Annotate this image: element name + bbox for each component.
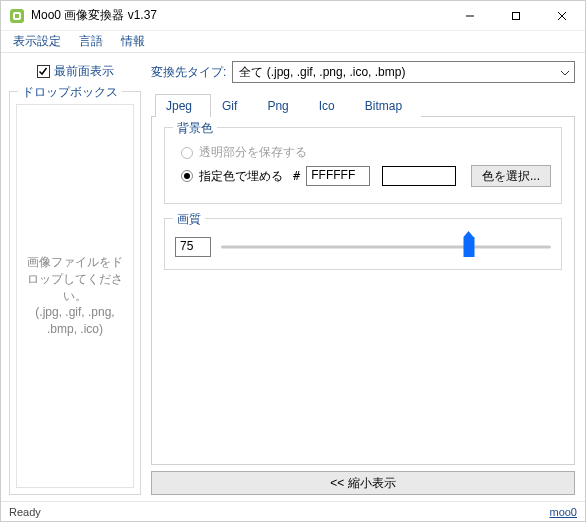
slider-track	[221, 246, 551, 249]
quality-input[interactable]: 75	[175, 237, 211, 257]
menubar: 表示設定 言語 情報	[1, 31, 585, 53]
window-buttons	[447, 1, 585, 30]
radio-icon	[181, 170, 193, 182]
tab-png[interactable]: Png	[256, 94, 307, 117]
topmost-checkbox[interactable]: 最前面表示	[9, 61, 141, 81]
tabbar: Jpeg Gif Png Ico Bitmap	[151, 93, 575, 117]
hash-label: #	[293, 169, 300, 183]
tab-bitmap[interactable]: Bitmap	[354, 94, 421, 117]
tab-content: 背景色 透明部分を保存する 指定色で埋める # FFFFFF 色を選択... 画…	[151, 117, 575, 465]
radio-icon	[181, 147, 193, 159]
dropzone[interactable]: 画像ファイルをドロップしてください。 (.jpg, .gif, .png, .b…	[16, 104, 134, 488]
convert-type-select[interactable]: 全て (.jpg, .gif, .png, .ico, .bmp)	[232, 61, 575, 83]
dropbox-label: ドロップボックス	[18, 84, 122, 101]
choose-color-button[interactable]: 色を選択...	[471, 165, 551, 187]
quality-slider[interactable]	[221, 237, 551, 257]
statusbar: Ready moo0	[1, 501, 585, 521]
radio-keep-transparent[interactable]: 透明部分を保存する	[181, 144, 551, 161]
quality-label: 画質	[173, 211, 205, 228]
radio-keep-transparent-label: 透明部分を保存する	[199, 144, 307, 161]
tab-ico[interactable]: Ico	[308, 94, 354, 117]
convert-type-label: 変換先タイプ:	[151, 64, 226, 81]
svg-rect-4	[513, 12, 520, 19]
tab-gif[interactable]: Gif	[211, 94, 256, 117]
radio-fill-color[interactable]: 指定色で埋める # FFFFFF 色を選択...	[181, 165, 551, 187]
convert-type-value: 全て (.jpg, .gif, .png, .ico, .bmp)	[239, 64, 405, 81]
titlebar: Moo0 画像変換器 v1.37	[1, 1, 585, 31]
slider-thumb[interactable]	[463, 237, 474, 257]
quality-group: 画質 75	[164, 218, 562, 270]
dropbox-group: ドロップボックス 画像ファイルをドロップしてください。 (.jpg, .gif,…	[9, 91, 141, 495]
background-color-label: 背景色	[173, 120, 217, 137]
left-column: 最前面表示 ドロップボックス 画像ファイルをドロップしてください。 (.jpg,…	[1, 53, 147, 501]
maximize-button[interactable]	[493, 1, 539, 30]
menu-language[interactable]: 言語	[71, 31, 111, 52]
color-swatch[interactable]	[382, 166, 456, 186]
topmost-label: 最前面表示	[54, 63, 114, 80]
chevron-down-icon	[560, 67, 570, 78]
close-button[interactable]	[539, 1, 585, 30]
tab-jpeg[interactable]: Jpeg	[155, 94, 211, 117]
status-left: Ready	[9, 506, 41, 518]
collapse-button[interactable]: << 縮小表示	[151, 471, 575, 495]
quality-row: 75	[175, 237, 551, 257]
collapse-button-label: << 縮小表示	[330, 475, 395, 492]
checkbox-icon	[37, 65, 50, 78]
minimize-button[interactable]	[447, 1, 493, 30]
svg-rect-2	[15, 14, 19, 18]
hex-input[interactable]: FFFFFF	[306, 166, 370, 186]
convert-type-row: 変換先タイプ: 全て (.jpg, .gif, .png, .ico, .bmp…	[151, 61, 575, 83]
right-column: 変換先タイプ: 全て (.jpg, .gif, .png, .ico, .bmp…	[147, 53, 585, 501]
status-link[interactable]: moo0	[549, 506, 577, 518]
window-title: Moo0 画像変換器 v1.37	[31, 7, 447, 24]
app-icon	[9, 8, 25, 24]
menu-info[interactable]: 情報	[113, 31, 153, 52]
menu-display-settings[interactable]: 表示設定	[5, 31, 69, 52]
radio-fill-color-label: 指定色で埋める	[199, 168, 283, 185]
background-color-group: 背景色 透明部分を保存する 指定色で埋める # FFFFFF 色を選択...	[164, 127, 562, 204]
main-area: 最前面表示 ドロップボックス 画像ファイルをドロップしてください。 (.jpg,…	[1, 53, 585, 501]
